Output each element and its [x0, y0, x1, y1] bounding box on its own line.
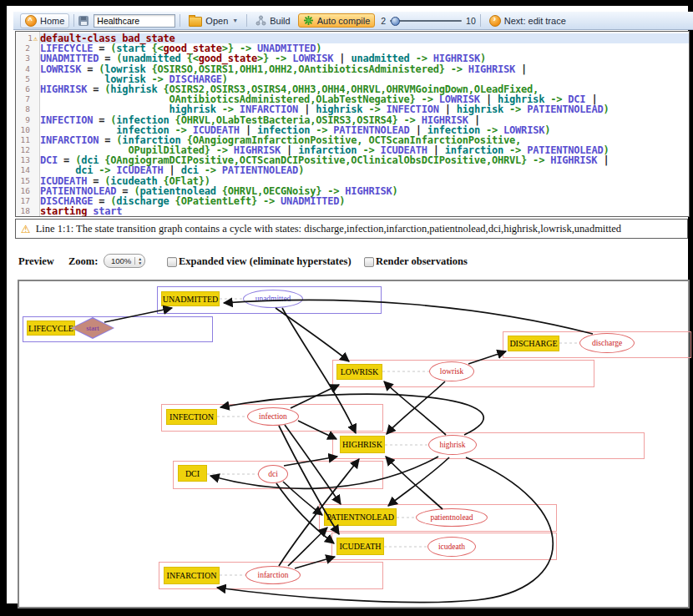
next-icon	[489, 15, 501, 27]
toolbar-separator	[246, 14, 247, 27]
expanded-view-label: Expanded view (eliminate hyperstates)	[179, 255, 352, 268]
code-editor[interactable]: 1⚠23456789101112131415161718 default-cla…	[15, 31, 690, 217]
warning-text: Line 1:1: The state transition graph con…	[36, 223, 621, 235]
code-line[interactable]: starting start	[40, 206, 689, 216]
slider-knob[interactable]	[391, 17, 400, 26]
state-label-lifecycle: LIFECYCLE	[27, 321, 75, 336]
line-number: 3	[16, 53, 39, 63]
event-node-discharge: discharge	[579, 333, 635, 353]
app-window: Home Open ▼ Build	[7, 6, 688, 603]
save-icon[interactable]	[78, 16, 89, 26]
home-button[interactable]: Home	[20, 13, 69, 28]
line-number: 9	[16, 115, 39, 125]
build-graph-icon	[255, 15, 266, 26]
auto-compile-icon	[303, 15, 314, 26]
edge-patientnolead-to-HIGHRISK	[386, 457, 443, 509]
render-observations-label: Render observations	[376, 255, 468, 268]
line-number: 7	[16, 94, 39, 104]
line-number: 10	[16, 125, 39, 135]
edge-lowrisk-to-HIGHRISK	[387, 381, 445, 434]
zoom-stepper-icon[interactable]: ▲▼	[134, 257, 142, 265]
line-warning-icon: ⚠	[33, 34, 38, 43]
line-number: 18	[16, 206, 39, 216]
line-number: 17	[16, 196, 39, 206]
open-label: Open	[205, 16, 228, 26]
line-number: 16	[16, 186, 39, 196]
state-label-icudeath: ICUDEATH	[336, 538, 384, 555]
line-number: 14	[16, 165, 39, 175]
event-node-infarction: infarction	[245, 566, 301, 584]
line-number: 5	[16, 74, 39, 84]
line-number: 11	[16, 135, 39, 145]
auto-compile-label: Auto compile	[317, 16, 371, 26]
event-node-highrisk: highrisk	[428, 435, 477, 455]
zoom-select[interactable]: 100% ▲▼	[104, 254, 145, 268]
state-label-discharge: DISCHARGE	[508, 336, 559, 351]
line-number: 13	[16, 155, 39, 165]
line-number: 15	[16, 176, 39, 186]
filename-input[interactable]	[94, 14, 175, 28]
state-label-infarction: INFARCTION	[164, 567, 220, 584]
open-button[interactable]: Open ▼	[185, 14, 242, 28]
next-edit-trace-button[interactable]: Next: edit trace	[485, 14, 570, 28]
event-node-icudeath: icudeath	[427, 537, 476, 557]
state-label-lowrisk: LOWRISK	[336, 364, 382, 380]
event-node-patientnolead: patientnolead	[416, 508, 488, 527]
edge-infarction-to-PATIENTNOLEAD	[288, 528, 327, 566]
line-number: 8	[16, 104, 39, 114]
event-node-unadmitted: unadmitted	[243, 290, 303, 308]
auto-compile-button[interactable]: Auto compile	[298, 13, 376, 28]
screenshot-root: Home Open ▼ Build	[0, 0, 693, 616]
state-label-patientnolead: PATIENTNOLEAD	[324, 508, 397, 526]
event-node-lowrisk: lowrisk	[429, 361, 474, 381]
line-number: 12	[16, 145, 39, 155]
chevron-down-icon[interactable]: ▼	[232, 18, 238, 23]
compile-slider[interactable]	[390, 20, 462, 22]
line-number: 4	[16, 64, 39, 74]
edge-highrisk-to-PATIENTNOLEAD	[388, 457, 449, 506]
toolbar: Home Open ▼ Build	[13, 12, 693, 30]
line-number: 2	[16, 43, 39, 53]
line-number: 6	[16, 84, 39, 94]
expanded-view-checkbox[interactable]	[167, 257, 177, 267]
build-button[interactable]: Build	[251, 14, 294, 27]
zoom-label: Zoom:	[68, 255, 98, 268]
state-label-dci: DCI	[178, 465, 207, 482]
toolbar-separator	[73, 14, 74, 27]
state-label-infection: INFECTION	[166, 409, 217, 425]
zoom-value: 100%	[111, 256, 131, 265]
code-area[interactable]: default-class bad_stateLIFECYCLE = (star…	[40, 32, 689, 216]
preview-title: Preview	[18, 255, 54, 268]
next-label: Next: edit trace	[504, 16, 566, 26]
toolbar-separator	[180, 14, 180, 27]
preview-controls: Preview Zoom: 100% ▲▼ Expanded view (eli…	[7, 253, 693, 271]
edge-highrisk-to-LOWRISK	[384, 381, 446, 435]
event-node-infection: infection	[247, 407, 299, 426]
state-graph-canvas: LIFECYCLEstartUNADMITTEDunadmittedDISCHA…	[18, 280, 690, 608]
line-number-gutter: 1⚠23456789101112131415161718	[16, 32, 40, 216]
line-number: 1⚠	[16, 33, 39, 43]
state-label-unadmitted: UNADMITTED	[161, 291, 220, 306]
slider-max-label: 10	[466, 16, 476, 26]
code-line[interactable]: DISCHARGE = (discharge {OPatientLeft} ->…	[40, 196, 689, 206]
slider-min-label: 2	[381, 16, 386, 26]
folder-icon	[189, 17, 202, 27]
state-label-highrisk: HIGHRISK	[340, 436, 385, 453]
render-observations-checkbox[interactable]	[364, 257, 374, 267]
home-icon	[25, 15, 37, 27]
home-label: Home	[40, 16, 64, 26]
warning-icon: ⚠	[21, 224, 31, 235]
build-label: Build	[270, 16, 290, 26]
edge-unadmitted-to-LOWRISK	[276, 308, 349, 361]
toolbar-separator	[480, 14, 481, 27]
warning-bar: ⚠ Line 1:1: The state transition graph c…	[15, 219, 688, 239]
event-node-dci: dci	[258, 465, 288, 483]
